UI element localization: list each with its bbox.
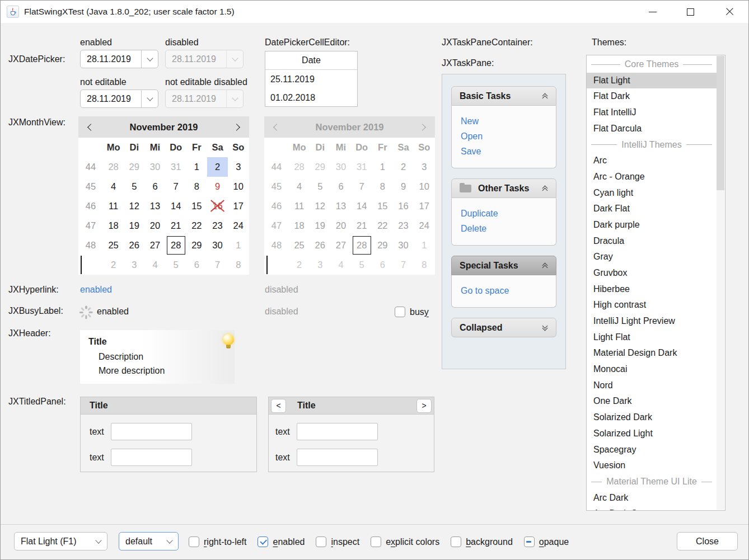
hyperlink-enabled[interactable]: enabled <box>80 285 112 295</box>
next-button[interactable]: > <box>416 399 432 413</box>
calendar-day[interactable]: 6 <box>186 255 207 275</box>
calendar-day[interactable]: 26 <box>124 236 144 255</box>
calendar-day[interactable]: 2 <box>103 255 124 275</box>
calendar-day[interactable]: 12 <box>124 196 144 216</box>
theme-item[interactable]: Gruvbox <box>587 265 717 281</box>
calendar-day[interactable]: 22 <box>186 216 207 236</box>
calendar-day[interactable]: 13 <box>144 196 165 216</box>
theme-item[interactable]: IntelliJ Light Preview <box>587 313 717 330</box>
scrollbar-thumb[interactable] <box>717 56 724 190</box>
datepicker-value[interactable]: 28.11.2019 <box>81 90 141 107</box>
datepicker-dropdown-button[interactable] <box>142 50 158 68</box>
calendar-day[interactable]: 5 <box>124 177 144 196</box>
checkbox-background[interactable]: background <box>451 537 513 547</box>
theme-item[interactable]: Cyan light <box>587 185 717 201</box>
calendar-day[interactable]: 7 <box>207 255 228 275</box>
checkbox-opaque[interactable]: opaque <box>524 537 569 547</box>
themes-list[interactable]: Core ThemesFlat LightFlat DarkFlat Intel… <box>586 55 725 511</box>
calendar-day[interactable]: 28 <box>166 236 186 255</box>
taskpane-header[interactable]: Special Tasks <box>451 256 556 275</box>
datepicker-value[interactable]: 28.11.2019 <box>81 50 141 68</box>
datepicker-not-editable[interactable]: 28.11.2019 <box>80 90 158 108</box>
theme-item[interactable]: Dark purple <box>587 217 717 233</box>
task-link[interactable]: Go to space <box>461 283 547 298</box>
text-field[interactable] <box>111 423 192 440</box>
table-row[interactable]: 25.11.2019 <box>265 70 357 88</box>
checkbox-explicit-colors[interactable]: explicit colors <box>371 537 439 547</box>
calendar-day[interactable]: 8 <box>186 177 207 196</box>
font-size-combobox[interactable]: default <box>119 532 179 550</box>
theme-item[interactable]: Arc Dark Contrast <box>587 506 717 511</box>
calendar-day[interactable]: 3 <box>228 157 249 177</box>
calendar-day[interactable]: 8 <box>228 255 249 275</box>
checkbox-right-to-left[interactable]: right-to-left <box>189 537 246 547</box>
checkbox-busy[interactable]: busy <box>395 307 429 317</box>
prev-button[interactable]: < <box>271 399 286 413</box>
theme-item[interactable]: Flat IntelliJ <box>587 105 717 121</box>
taskpane-header[interactable]: Collapsed <box>451 318 556 337</box>
theme-item[interactable]: Solarized Light <box>587 426 717 442</box>
calendar-day[interactable]: 2 <box>207 157 228 177</box>
taskpane-header[interactable]: Other Tasks <box>451 178 556 198</box>
maximize-button[interactable] <box>677 1 703 23</box>
datepicker-enabled[interactable]: 28.11.2019 <box>80 50 158 68</box>
theme-item[interactable]: Vuesion <box>587 458 717 474</box>
close-window-button[interactable] <box>717 1 742 23</box>
theme-item[interactable]: Light Flat <box>587 330 717 346</box>
theme-item[interactable]: One Dark <box>587 393 717 410</box>
calendar-day[interactable]: 7 <box>166 177 186 196</box>
calendar-day[interactable]: 25 <box>103 236 124 255</box>
next-month-icon[interactable] <box>233 124 240 131</box>
calendar-day[interactable]: 24 <box>228 216 249 236</box>
checkbox-enabled[interactable]: enabled <box>258 537 305 547</box>
theme-item[interactable]: Nord <box>587 378 717 394</box>
task-link[interactable]: Duplicate <box>461 206 547 221</box>
theme-item[interactable]: Flat Light <box>587 73 717 89</box>
task-link[interactable]: New <box>461 114 547 129</box>
theme-item[interactable]: Arc Dark <box>587 490 717 506</box>
calendar-day[interactable]: 17 <box>228 196 249 216</box>
calendar-day[interactable]: 28 <box>103 157 124 177</box>
date-table-header[interactable]: Date <box>265 51 357 70</box>
text-field[interactable] <box>111 449 192 466</box>
theme-item[interactable]: Monocai <box>587 361 717 378</box>
calendar-day[interactable]: 4 <box>103 177 124 196</box>
calendar-day[interactable]: 29 <box>124 157 144 177</box>
calendar-day[interactable]: 15 <box>186 196 207 216</box>
task-link[interactable]: Save <box>461 144 547 159</box>
scrollbar[interactable] <box>717 56 724 510</box>
calendar-day[interactable]: 30 <box>144 157 165 177</box>
calendar-day[interactable]: 9 <box>207 177 228 196</box>
taskpane-header[interactable]: Basic Tasks <box>451 86 556 106</box>
calendar-day[interactable]: 20 <box>144 216 165 236</box>
calendar-day[interactable]: 21 <box>166 216 186 236</box>
calendar-day[interactable]: 6 <box>144 177 165 196</box>
table-row[interactable]: 01.02.2018 <box>265 88 357 107</box>
calendar-day[interactable]: 11 <box>103 196 124 216</box>
calendar-day[interactable]: 4 <box>144 255 165 275</box>
calendar-day[interactable]: 19 <box>124 216 144 236</box>
text-field[interactable] <box>297 449 378 466</box>
calendar-day[interactable]: 30 <box>207 236 228 255</box>
calendar-day[interactable]: 27 <box>144 236 165 255</box>
close-button[interactable]: Close <box>677 532 738 550</box>
theme-item[interactable]: Spacegray <box>587 442 717 458</box>
calendar-day[interactable]: 23 <box>207 216 228 236</box>
theme-item[interactable]: Flat Darcula <box>587 121 717 137</box>
calendar-day[interactable]: 14 <box>166 196 186 216</box>
calendar-day[interactable]: 1 <box>186 157 207 177</box>
task-link[interactable]: Open <box>461 129 547 144</box>
theme-item[interactable]: Arc <box>587 153 717 169</box>
calendar-day[interactable]: 10 <box>228 177 249 196</box>
calendar-day[interactable]: 31 <box>166 157 186 177</box>
checkbox-inspect[interactable]: inspect <box>316 537 359 547</box>
theme-item[interactable]: Solarized Dark <box>587 410 717 426</box>
calendar-day[interactable]: 18 <box>103 216 124 236</box>
theme-item[interactable]: High contrast <box>587 297 717 313</box>
theme-item[interactable]: Arc - Orange <box>587 169 717 185</box>
theme-item[interactable]: Dark Flat <box>587 201 717 217</box>
text-field[interactable] <box>297 423 378 440</box>
minimize-button[interactable] <box>640 1 666 23</box>
theme-item[interactable]: Dracula <box>587 233 717 250</box>
task-link[interactable]: Delete <box>461 221 547 236</box>
